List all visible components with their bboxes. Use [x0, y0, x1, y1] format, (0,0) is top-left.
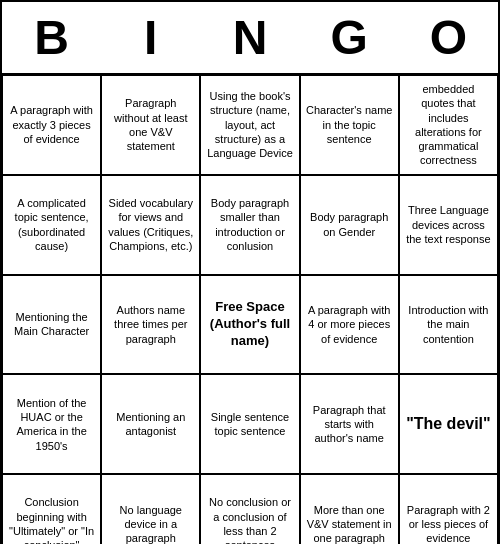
bingo-header: B I N G O	[2, 2, 498, 75]
cell-r1c2[interactable]: Body paragraph smaller than introduction…	[200, 175, 299, 275]
bingo-grid: A paragraph with exactly 3 pieces of evi…	[2, 75, 498, 544]
cell-r3c4[interactable]: "The devil"	[399, 374, 498, 474]
letter-g: G	[304, 10, 394, 65]
cell-r2c3[interactable]: A paragraph with 4 or more pieces of evi…	[300, 275, 399, 375]
cell-r2c2-free[interactable]: Free Space (Author's full name)	[200, 275, 299, 375]
letter-n: N	[205, 10, 295, 65]
cell-r4c2[interactable]: No conclusion or a conclusion of less th…	[200, 474, 299, 544]
letter-i: I	[106, 10, 196, 65]
cell-r4c4[interactable]: Paragraph with 2 or less pieces of evide…	[399, 474, 498, 544]
cell-r2c1[interactable]: Authors name three times per paragraph	[101, 275, 200, 375]
cell-r4c0[interactable]: Conclusion beginning with "Ultimately" o…	[2, 474, 101, 544]
cell-r0c0[interactable]: A paragraph with exactly 3 pieces of evi…	[2, 75, 101, 175]
cell-r1c1[interactable]: Sided vocabulary for views and values (C…	[101, 175, 200, 275]
cell-r2c4[interactable]: Introduction with the main contention	[399, 275, 498, 375]
cell-r3c0[interactable]: Mention of the HUAC or the America in th…	[2, 374, 101, 474]
cell-r0c1[interactable]: Paragraph without at least one V&V state…	[101, 75, 200, 175]
cell-r3c3[interactable]: Paragraph that starts with author's name	[300, 374, 399, 474]
cell-r2c0[interactable]: Mentioning the Main Character	[2, 275, 101, 375]
cell-r3c2[interactable]: Single sentence topic sentence	[200, 374, 299, 474]
cell-r0c4[interactable]: embedded quotes that includes alteration…	[399, 75, 498, 175]
cell-r0c2[interactable]: Using the book's structure (name, layout…	[200, 75, 299, 175]
cell-r3c1[interactable]: Mentioning an antagonist	[101, 374, 200, 474]
cell-r0c3[interactable]: Character's name in the topic sentence	[300, 75, 399, 175]
letter-b: B	[7, 10, 97, 65]
cell-r1c3[interactable]: Body paragraph on Gender	[300, 175, 399, 275]
letter-o: O	[403, 10, 493, 65]
cell-r1c0[interactable]: A complicated topic sentence, (subordina…	[2, 175, 101, 275]
cell-r4c1[interactable]: No language device in a paragraph	[101, 474, 200, 544]
cell-r1c4[interactable]: Three Language devices across the text r…	[399, 175, 498, 275]
cell-r4c3[interactable]: More than one V&V statement in one parag…	[300, 474, 399, 544]
bingo-card: B I N G O A paragraph with exactly 3 pie…	[0, 0, 500, 544]
